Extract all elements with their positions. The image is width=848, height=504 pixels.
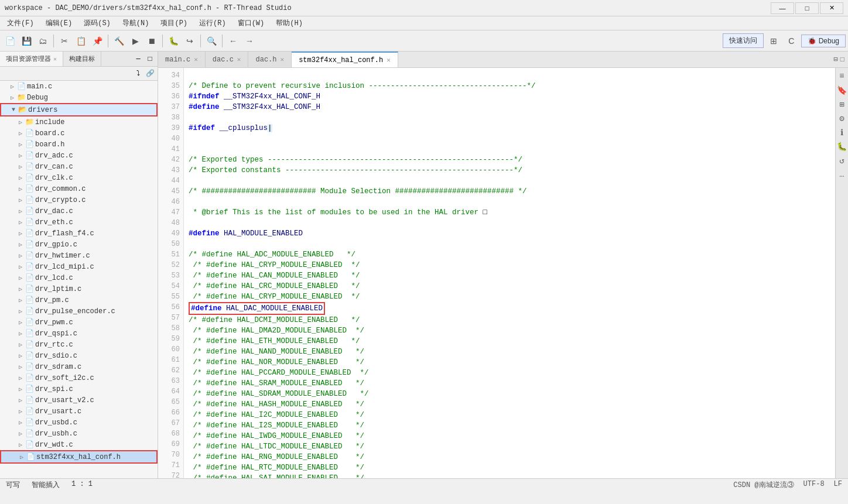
tab-close-stm32-hal-conf[interactable]: ✕ xyxy=(387,56,391,64)
tab-close-dac-h[interactable]: ✕ xyxy=(281,56,285,63)
settings-icon[interactable]: ⚙ xyxy=(836,112,848,124)
new-button[interactable]: 📄 xyxy=(2,33,18,49)
tree-item-board-c[interactable]: ▷ 📄 board.c xyxy=(0,128,158,139)
tree-label-drv-clk-c: drv_clk.c xyxy=(35,174,73,182)
tree-item-drv-common-c[interactable]: ▷ 📄 drv_common.c xyxy=(0,183,158,194)
left-panel: 项目资源管理器 ✕ 构建目标 — □ ⤵ 🔗 ▷ 📄 main.c xyxy=(0,52,158,478)
tree-label-drv-common-c: drv_common.c xyxy=(35,185,86,193)
tree-item-drv-dac-c[interactable]: ▷ 📄 drv_dac.c xyxy=(0,205,158,217)
chevron-drv-clk-c: ▷ xyxy=(16,174,25,181)
refresh-icon[interactable]: ↺ xyxy=(836,155,848,166)
maximize-panel-button[interactable]: □ xyxy=(145,54,155,64)
forward-button[interactable]: → xyxy=(242,33,257,49)
tree-item-drv-usart-c[interactable]: ▷ 📄 drv_usart.c xyxy=(0,406,158,417)
tree-item-stm32-hal-conf-h[interactable]: ▷ 📄 stm32f4xx_hal_conf.h xyxy=(0,450,158,464)
editor-tab-stm32-hal-conf[interactable]: stm32f4xx_hal_conf.h ✕ xyxy=(292,52,398,67)
outline-icon[interactable]: ≡ xyxy=(836,70,848,82)
tab-build-target[interactable]: 构建目标 xyxy=(63,52,101,66)
code-editor[interactable]: 34 35 36 37 38 39 40 41 42 43 44 45 46 4… xyxy=(158,68,848,478)
tree-item-board-h[interactable]: ▷ 📄 board.h xyxy=(0,139,158,150)
tree-item-drv-usbh-c[interactable]: ▷ 📄 drv_usbh.c xyxy=(0,428,158,439)
tree-item-drv-lcd-mipi-c[interactable]: ▷ 📄 drv_lcd_mipi.c xyxy=(0,261,158,272)
tree-item-drv-eth-c[interactable]: ▷ 📄 drv_eth.c xyxy=(0,217,158,228)
tree-label-drv-adc-c: drv_adc.c xyxy=(35,152,73,160)
menu-project[interactable]: 项目(P) xyxy=(156,17,192,29)
tab-close-dac-c[interactable]: ✕ xyxy=(237,56,241,63)
tree-item-drv-usart-v2-c[interactable]: ▷ 📄 drv_usart_v2.c xyxy=(0,395,158,406)
save-all-button[interactable]: 🗂 xyxy=(35,33,50,49)
info-icon[interactable]: ℹ xyxy=(836,126,848,138)
menu-help[interactable]: 帮助(H) xyxy=(271,17,307,29)
close-button[interactable]: ✕ xyxy=(820,2,843,14)
tree-item-drv-spi-c[interactable]: ▷ 📄 drv_spi.c xyxy=(0,383,158,395)
editor-tab-main-c[interactable]: main.c ✕ xyxy=(158,52,206,67)
tree-item-main-c[interactable]: ▷ 📄 main.c xyxy=(0,81,158,92)
tree-item-drv-flash-c[interactable]: ▷ 📄 drv_flash_f4.c xyxy=(0,228,158,239)
collapse-all-button[interactable]: ⤵ xyxy=(133,68,143,79)
editor-tab-dac-c[interactable]: dac.c ✕ xyxy=(206,52,249,67)
tree-item-drv-gpio-c[interactable]: ▷ 📄 drv_gpio.c xyxy=(0,239,158,250)
tree-item-drv-rtc-c[interactable]: ▷ 📄 drv_rtc.c xyxy=(0,339,158,350)
run-button[interactable]: ▶ xyxy=(128,33,143,49)
debug-perspective-button[interactable]: 🐞 Debug xyxy=(801,35,846,47)
copy-button[interactable]: 📋 xyxy=(73,33,88,49)
debug-step-button[interactable]: ↪ xyxy=(182,33,197,49)
tree-item-drv-pm-c[interactable]: ▷ 📄 drv_pm.c xyxy=(0,294,158,306)
tree-label-drv-lcd-c: drv_lcd.c xyxy=(35,274,73,282)
tree-item-drv-wdt-c[interactable]: ▷ 📄 drv_wdt.c xyxy=(0,439,158,450)
maximize-editor-icon[interactable]: □ xyxy=(840,56,844,64)
tree-item-drv-qspi-c[interactable]: ▷ 📄 drv_qspi.c xyxy=(0,328,158,339)
maximize-button[interactable]: □ xyxy=(795,2,819,14)
debug-start-button[interactable]: 🐛 xyxy=(166,33,181,49)
code-content[interactable]: /* Define to prevent recursive inclusion… xyxy=(184,68,835,478)
link-editor-button[interactable]: 🔗 xyxy=(145,68,155,79)
bookmark-icon[interactable]: 🔖 xyxy=(836,84,848,96)
stop-button[interactable]: ⏹ xyxy=(144,33,159,49)
minimize-panel-button[interactable]: — xyxy=(133,54,143,64)
tree-item-drv-pwm-c[interactable]: ▷ 📄 drv_pwm.c xyxy=(0,317,158,328)
extra-icon[interactable]: … xyxy=(836,169,848,180)
back-button[interactable]: ← xyxy=(225,33,241,49)
tree-label-drv-hwtimer-c: drv_hwtimer.c xyxy=(35,252,90,260)
tree-item-drv-pulse-encoder-c[interactable]: ▷ 📄 drv_pulse_encoder.c xyxy=(0,306,158,317)
diff-icon[interactable]: ⊞ xyxy=(836,98,848,110)
menu-navigate[interactable]: 导航(N) xyxy=(118,17,154,29)
menu-window[interactable]: 窗口(W) xyxy=(233,17,269,29)
cut-button[interactable]: ✂ xyxy=(57,33,72,49)
menu-edit[interactable]: 编辑(E) xyxy=(41,17,77,29)
tree-item-drv-lptim-c[interactable]: ▷ 📄 drv_lptim.c xyxy=(0,283,158,294)
editor-tab-dac-h[interactable]: dac.h ✕ xyxy=(248,52,292,67)
menu-file[interactable]: 文件(F) xyxy=(2,17,39,29)
tree-item-drv-hwtimer-c[interactable]: ▷ 📄 drv_hwtimer.c xyxy=(0,250,158,261)
menu-source[interactable]: 源码(S) xyxy=(79,17,115,29)
search-button[interactable]: 🔍 xyxy=(204,33,219,49)
tree-item-drv-sdio-c[interactable]: ▷ 📄 drv_sdio.c xyxy=(0,350,158,361)
chevron-drv-can-c: ▷ xyxy=(16,163,25,170)
perspective-c-button[interactable]: C xyxy=(784,33,799,49)
paste-button[interactable]: 📌 xyxy=(90,33,105,49)
quick-access-button[interactable]: 快速访问 xyxy=(723,33,764,48)
tree-item-drv-sdram-c[interactable]: ▷ 📄 drv_sdram.c xyxy=(0,361,158,372)
build-button[interactable]: 🔨 xyxy=(111,33,126,49)
tree-item-drv-adc-c[interactable]: ▷ 📄 drv_adc.c xyxy=(0,150,158,161)
tree-item-drv-soft-i2c-c[interactable]: ▷ 📄 drv_soft_i2c.c xyxy=(0,372,158,383)
menu-run[interactable]: 运行(R) xyxy=(194,17,231,29)
tree-item-drv-lcd-c[interactable]: ▷ 📄 drv_lcd.c xyxy=(0,272,158,283)
minimize-button[interactable]: — xyxy=(771,2,794,14)
tree-item-drv-can-c[interactable]: ▷ 📄 drv_can.c xyxy=(0,161,158,172)
tab-list-icon[interactable]: ⊟ xyxy=(834,55,838,64)
bug-icon[interactable]: 🐛 xyxy=(836,140,848,152)
tree-item-drv-usbd-c[interactable]: ▷ 📄 drv_usbd.c xyxy=(0,417,158,428)
toolbar-separator-5 xyxy=(222,35,223,47)
window-controls[interactable]: — □ ✕ xyxy=(771,2,843,14)
layout-button[interactable]: ⊞ xyxy=(766,33,781,49)
tree-item-drivers[interactable]: ▼ 📂 drivers xyxy=(0,103,158,116)
tab-close-main-c[interactable]: ✕ xyxy=(194,56,198,63)
tree-item-drv-clk-c[interactable]: ▷ 📄 drv_clk.c xyxy=(0,172,158,183)
tree-item-drv-crypto-c[interactable]: ▷ 📄 drv_crypto.c xyxy=(0,194,158,205)
save-button[interactable]: 💾 xyxy=(19,33,34,49)
tree-item-debug[interactable]: ▷ 📁 Debug xyxy=(0,92,158,103)
tab-project-explorer[interactable]: 项目资源管理器 ✕ xyxy=(0,52,63,66)
tree-item-include[interactable]: ▷ 📁 include xyxy=(0,116,158,128)
tab-close-explorer[interactable]: ✕ xyxy=(53,56,57,63)
